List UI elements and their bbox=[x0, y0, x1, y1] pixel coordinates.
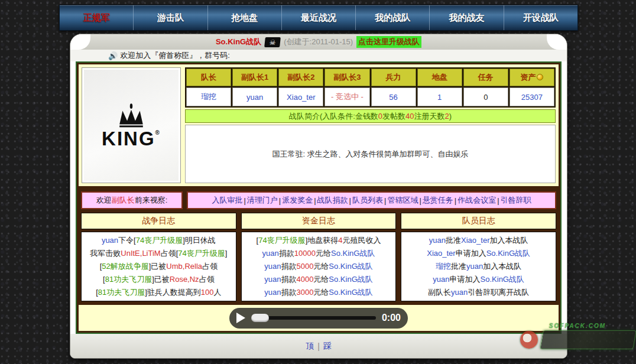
player-link[interactable]: So.KinG战队 bbox=[329, 275, 372, 284]
player-link[interactable]: yuan bbox=[451, 288, 468, 297]
log-line: [81功夫飞刀服]驻兵人数提高到100人 bbox=[83, 286, 235, 299]
admin-links: 入队审批|清理门户|派发奖金|战队捐款|队员列表|管辖区域|悬赏任务|作战会议室… bbox=[187, 191, 556, 209]
main-frame: KING® 队长副队长1副队长2副队长3兵力地盘任务资产 瑠挖yuanXiao_… bbox=[76, 61, 562, 334]
nav-item-grab-territory[interactable]: 抢地盘 bbox=[208, 5, 282, 30]
stats-value[interactable]: 56 bbox=[371, 87, 416, 106]
play-button[interactable] bbox=[236, 313, 245, 323]
admin-link[interactable]: 引咎辞职 bbox=[500, 195, 532, 206]
stats-value[interactable]: Xiao_ter bbox=[278, 87, 323, 106]
admin-link[interactable]: 队员列表 bbox=[352, 195, 384, 206]
player-link[interactable]: yuan bbox=[466, 262, 483, 271]
admin-link[interactable]: 入队审批 bbox=[211, 195, 243, 206]
log-title: 战争日志 bbox=[81, 213, 236, 229]
admin-link[interactable]: 悬赏任务 bbox=[422, 195, 454, 206]
log-line: [81功夫飞刀服]已被Rose,Nz占领 bbox=[83, 273, 235, 286]
crown-icon bbox=[106, 103, 157, 129]
separator: | bbox=[497, 196, 499, 205]
separator: | bbox=[419, 196, 421, 205]
text-segment: 元给 bbox=[313, 288, 329, 297]
stats-header: 地盘 bbox=[417, 69, 462, 86]
nav-item-my-comrades[interactable]: 我的战友 bbox=[430, 5, 504, 30]
stats-value[interactable]: 瑠挖 bbox=[186, 87, 231, 106]
nav-item-regular-army[interactable]: 正规军 bbox=[60, 5, 134, 30]
player-link[interactable]: yuan bbox=[433, 275, 449, 284]
team-logo: KING® bbox=[82, 67, 181, 183]
player-link[interactable]: So.KinG战队 bbox=[481, 275, 524, 284]
vote-down-link[interactable]: 踩 bbox=[323, 341, 332, 352]
admin-welcome: 欢迎副队长前来视察: bbox=[81, 191, 183, 209]
log-title: 资金日志 bbox=[241, 213, 397, 229]
admin-link[interactable]: 派发奖金 bbox=[281, 195, 313, 206]
nav-item-recent-battles[interactable]: 最近战况 bbox=[282, 5, 356, 30]
gold-coin-icon bbox=[537, 74, 543, 80]
text-segment: 81功夫飞刀服 bbox=[98, 288, 145, 297]
player-link[interactable]: yuan bbox=[262, 249, 279, 258]
logs: 战争日志yuan下令[74丧尸升级服]明日休战我军击败UnItE,LiTiM占领… bbox=[81, 213, 556, 301]
separator: | bbox=[314, 196, 316, 205]
text-segment: 前来视察: bbox=[135, 195, 168, 206]
intro-bar: 战队简介(入队条件:金钱数0 发帖数40 注册天数2) bbox=[185, 109, 556, 123]
player-link[interactable]: So.KinG战队 bbox=[329, 288, 372, 297]
player-link[interactable]: yuan bbox=[264, 262, 281, 271]
text-segment: 下令 bbox=[118, 236, 134, 245]
player-link[interactable]: yuan bbox=[102, 236, 118, 245]
text-segment: 100 bbox=[201, 288, 214, 297]
team-name: So.KinG战队 bbox=[216, 37, 261, 47]
stats-value[interactable]: 25307 bbox=[510, 87, 554, 106]
text-segment: 捐款 bbox=[281, 262, 296, 271]
text-segment: 驻兵人数提高到 bbox=[147, 288, 201, 297]
admin-link[interactable]: 清理门户 bbox=[246, 195, 278, 206]
text-segment: 加入本战队 bbox=[489, 236, 528, 245]
nav-item-create-team[interactable]: 开设战队 bbox=[504, 5, 577, 30]
text-segment: 3000 bbox=[296, 288, 313, 297]
player-link[interactable]: yuan bbox=[264, 288, 281, 297]
stats-value[interactable]: yuan bbox=[232, 87, 277, 106]
admin-link[interactable]: 作战会议室 bbox=[457, 195, 497, 206]
player-link[interactable]: So.KinG战队 bbox=[486, 249, 530, 258]
seek-thumb[interactable] bbox=[251, 314, 269, 322]
admin-link[interactable]: 战队捐款 bbox=[317, 195, 349, 206]
team-window: So.KinG战队 ☠ (创建于:2011-01-15) 点击这里升级战队 🔊 … bbox=[70, 34, 567, 359]
text-segment: 40 bbox=[405, 112, 414, 121]
vote-footer: 顶 | 踩 bbox=[70, 334, 567, 358]
log-body: yuan批准Xiao_ter加入本战队Xiao_ter申请加入So.KinG战队… bbox=[401, 232, 556, 301]
page: 正规军游击队抢地盘最近战况我的战队我的战友开设战队 So.KinG战队 ☠ (创… bbox=[0, 0, 636, 364]
text-segment: 注册天数 bbox=[414, 111, 445, 122]
player-link[interactable]: yuan bbox=[264, 275, 281, 284]
stats-value[interactable]: 1 bbox=[417, 87, 462, 106]
text-segment: 81功夫飞刀服 bbox=[105, 275, 152, 284]
player-link[interactable]: Xiao_ter bbox=[427, 249, 455, 258]
text-segment: 52解放战争服 bbox=[102, 262, 148, 271]
player-link[interactable]: Xiao_ter bbox=[461, 236, 489, 245]
vote-up-link[interactable]: 顶 bbox=[306, 341, 314, 352]
upgrade-team-link[interactable]: 点击这里升级战队 bbox=[356, 36, 421, 48]
text-segment: 明日休战 bbox=[185, 236, 216, 245]
king-logo: KING® bbox=[84, 70, 179, 181]
log-line: 我军击败UnItE,LiTiM占领[74丧尸升级服] bbox=[83, 247, 235, 260]
nav-item-guerrilla[interactable]: 游击队 bbox=[134, 5, 207, 30]
admin-link[interactable]: 管辖区域 bbox=[387, 195, 418, 206]
player-link[interactable]: So.KinG战队 bbox=[331, 249, 375, 258]
player-link[interactable]: 瑠挖 bbox=[436, 262, 451, 271]
seek-bar[interactable] bbox=[251, 316, 376, 320]
text-segment: 捐款 bbox=[281, 275, 296, 284]
log-line: Xiao_ter申请加入So.KinG战队 bbox=[403, 247, 554, 260]
text-segment: 元给 bbox=[316, 249, 331, 258]
player-link[interactable]: So.KinG战队 bbox=[329, 262, 372, 271]
text-segment: 占领 bbox=[199, 275, 215, 284]
text-segment: 捐款 bbox=[281, 288, 296, 297]
text-segment: 申请加入 bbox=[450, 275, 481, 284]
nav-item-my-team[interactable]: 我的战队 bbox=[356, 5, 430, 30]
text-segment: UnItE,LiTiM bbox=[121, 249, 160, 258]
player-link[interactable]: yuan bbox=[429, 236, 446, 245]
text-segment: ) bbox=[449, 112, 452, 121]
log-line: yuan捐款10000元给So.KinG战队 bbox=[243, 247, 395, 260]
log-line: 副队长yuan引咎辞职离开战队 bbox=[403, 286, 554, 299]
text-segment: 占领 bbox=[202, 262, 218, 271]
audio-player[interactable]: 0:00 bbox=[229, 308, 408, 329]
stats-header: 队长 bbox=[186, 69, 231, 86]
stats-header: 副队长1 bbox=[232, 69, 277, 86]
text-segment: 74丧尸升级服 bbox=[178, 249, 225, 258]
text-segment: 10000 bbox=[294, 249, 316, 258]
king-logo-text: KING® bbox=[102, 129, 161, 148]
